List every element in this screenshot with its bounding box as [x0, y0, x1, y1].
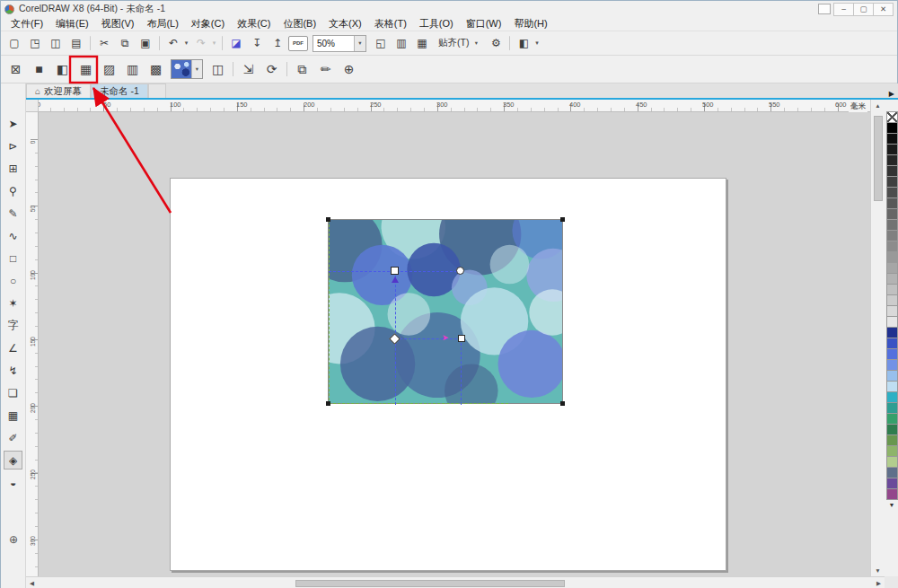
close-button[interactable]: ✕ [873, 3, 894, 16]
crop-tool[interactable]: ⊞ [4, 159, 22, 178]
menu-item[interactable]: 工具(O) [413, 17, 460, 31]
new-document-button[interactable]: ▢ [4, 34, 24, 52]
mirror-tiles-button[interactable]: ◫ [207, 58, 229, 80]
export-web-button[interactable]: ↥ [268, 34, 287, 52]
minimize-button[interactable]: – [833, 3, 854, 16]
fill-tool-button[interactable] [286, 62, 287, 76]
toolbar-button[interactable] [222, 36, 223, 50]
toolbar-button[interactable] [159, 36, 160, 50]
selection-handle[interactable] [560, 401, 565, 406]
ellipse-tool[interactable]: ○ [4, 271, 22, 290]
shape-tool[interactable]: ⊳ [4, 136, 22, 155]
zoom-caret-icon[interactable]: ▾ [354, 36, 365, 51]
menu-item[interactable]: 文本(X) [322, 17, 368, 31]
menu-item[interactable]: 文件(F) [4, 17, 49, 31]
selection-handle[interactable] [560, 217, 565, 222]
pattern-rotate-handle[interactable] [456, 267, 464, 275]
color-swatch[interactable] [886, 488, 898, 500]
undo-button[interactable]: ↶ [163, 34, 183, 52]
open-button[interactable]: ◳ [25, 34, 45, 52]
canvas-area[interactable]: ➤ [39, 112, 870, 576]
pattern-size-handle[interactable] [458, 335, 465, 342]
customize-toolbox-button[interactable]: ⊕ [4, 531, 22, 549]
menu-item[interactable]: 窗口(W) [460, 17, 508, 31]
uniform-fill-button[interactable]: ■ [28, 58, 50, 80]
no-fill-button[interactable]: ⊠ [4, 58, 27, 80]
horizontal-scroll-thumb[interactable] [295, 580, 565, 587]
scroll-down-icon[interactable]: ▼ [875, 567, 880, 574]
new-tab-stub[interactable] [148, 83, 166, 98]
menu-item[interactable]: 表格(T) [368, 17, 413, 31]
smart-fill-tool[interactable]: ◒ [4, 473, 22, 492]
scroll-right-icon[interactable]: ▶ [876, 580, 881, 587]
selection-handle[interactable] [326, 217, 330, 222]
horizontal-scrollbar[interactable]: ◀ ▶ [26, 576, 885, 588]
redo-dropdown[interactable]: ▾ [210, 34, 218, 52]
bitmap-pattern-fill-button[interactable]: ▨ [98, 58, 120, 80]
vector-pattern-fill-button[interactable]: ▦ [75, 58, 97, 80]
tab-document-untitled[interactable]: 未命名 -1 [91, 83, 148, 98]
vertical-scroll-thumb[interactable] [874, 116, 883, 201]
show-rulers-button[interactable]: ▥ [392, 34, 411, 52]
fill-picker-dropdown[interactable]: ▾ [171, 59, 203, 79]
scale-fill-button[interactable]: ⇲ [237, 58, 260, 80]
app-launcher-caret[interactable]: ▾ [533, 34, 541, 52]
show-grid-button[interactable]: ▦ [412, 34, 432, 52]
color-eyedropper-tool[interactable]: ✐ [4, 428, 22, 447]
zoom-tool[interactable]: ⚲ [4, 181, 22, 200]
pattern-filled-rectangle[interactable]: ➤ [328, 219, 563, 404]
save-button[interactable]: ◫ [46, 34, 66, 52]
print-button[interactable]: ▤ [66, 34, 86, 52]
snap-to-dropdown[interactable]: 贴齐(T) ▾ [432, 37, 486, 49]
publish-pdf-button[interactable]: PDF [288, 36, 308, 51]
toolbar-button[interactable] [90, 36, 91, 50]
add-fill-preset-button[interactable]: ⊕ [338, 58, 360, 80]
menu-item[interactable]: 帮助(H) [507, 17, 553, 31]
scroll-left-icon[interactable]: ◀ [30, 580, 34, 587]
vertical-scrollbar[interactable]: ▲ ▼ [870, 100, 885, 576]
tab-scroll-right-icon[interactable]: ▶ [889, 90, 898, 98]
transparency-tool[interactable]: ▦ [4, 406, 22, 425]
menu-item[interactable]: 位图(B) [277, 17, 322, 31]
two-color-pattern-fill-button[interactable]: ▥ [121, 58, 144, 80]
import-button[interactable]: ◪ [226, 34, 246, 52]
app-launcher-button[interactable]: ◧ [514, 34, 533, 52]
fill-tool-button[interactable] [233, 62, 233, 76]
fill-picker-caret-icon[interactable]: ▾ [191, 60, 202, 78]
parallel-dimension-tool[interactable]: ∠ [4, 338, 22, 357]
undo-dropdown[interactable]: ▾ [182, 34, 190, 52]
toolbar-button[interactable] [509, 36, 510, 50]
menu-item[interactable]: 对象(C) [185, 17, 231, 31]
options-button[interactable]: ⚙ [486, 34, 506, 52]
menu-item[interactable]: 编辑(E) [49, 17, 95, 31]
copy-fill-button[interactable]: ⧉ [291, 58, 313, 80]
rectangle-tool[interactable]: □ [4, 249, 22, 268]
menu-item[interactable]: 布局(L) [140, 17, 184, 31]
selection-handle[interactable] [326, 401, 330, 406]
texture-fill-button[interactable]: ▩ [145, 58, 167, 80]
pick-tool[interactable]: ➤ [4, 114, 22, 133]
maximize-button[interactable]: ▢ [853, 3, 874, 16]
edit-fill-button[interactable]: ✏ [314, 58, 337, 80]
fountain-fill-button[interactable]: ◧ [51, 58, 74, 80]
ruler-origin-corner[interactable] [26, 100, 39, 112]
zoom-level-combo[interactable]: 50% ▾ [313, 35, 366, 52]
copy-button[interactable]: ⧉ [115, 34, 135, 52]
horizontal-ruler[interactable]: 050100150200250300350400450500550600 毫米 [26, 100, 870, 112]
artistic-media-tool[interactable]: ∿ [4, 226, 22, 245]
text-tool[interactable]: 字 [4, 316, 22, 335]
vertical-ruler[interactable]: 050100150200250300 [26, 112, 39, 576]
export-button[interactable]: ↧ [247, 34, 267, 52]
rotate-fill-button[interactable]: ⟳ [260, 58, 283, 80]
interactive-fill-tool[interactable]: ◈ [4, 451, 22, 470]
palette-scroll-down-icon[interactable]: ▼ [889, 502, 895, 508]
fullscreen-preview-button[interactable]: ◱ [371, 34, 391, 52]
drop-shadow-tool[interactable]: ❏ [4, 383, 22, 402]
scroll-up-icon[interactable]: ▲ [875, 102, 880, 109]
redo-button[interactable]: ↷ [191, 34, 211, 52]
paste-button[interactable]: ▣ [136, 34, 155, 52]
cut-button[interactable]: ✂ [94, 34, 114, 52]
pattern-origin-handle[interactable] [391, 267, 399, 275]
freehand-tool[interactable]: ✎ [4, 204, 22, 223]
polygon-tool[interactable]: ✶ [4, 294, 22, 312]
